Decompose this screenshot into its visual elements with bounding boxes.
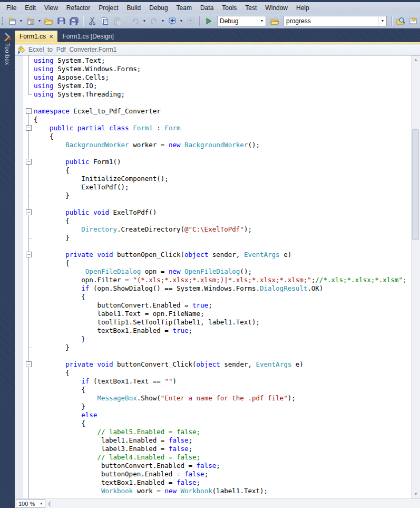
code-line [34, 99, 411, 107]
toolbar-grip[interactable] [2, 17, 3, 25]
find-in-files-icon [396, 17, 405, 25]
code-line: else [34, 411, 411, 419]
navigate-backward-icon [168, 17, 177, 25]
comment-icon [409, 17, 418, 25]
redo-icon [150, 17, 158, 25]
toolbox-tools-icon [3, 33, 12, 41]
outline-end-tick [28, 196, 32, 196]
document-tab-strip: Form1.cs×Form1.cs [Design] [15, 28, 420, 42]
menu-item-help[interactable]: Help [292, 3, 314, 14]
editor-navigation-bar[interactable]: Ecxel_to_Pdf_Converter.Form1 [15, 44, 420, 55]
navigate-forward-button [184, 15, 197, 27]
toolbar-separator [126, 16, 126, 26]
code-line [34, 352, 411, 360]
menu-item-edit[interactable]: Edit [21, 3, 40, 14]
find-symbol-button[interactable] [269, 15, 281, 27]
add-item-dropdown[interactable]: ▼ [37, 15, 42, 27]
document-tab[interactable]: Form1.cs [Design] [57, 31, 118, 42]
scroll-up-icon[interactable]: ▲ [412, 55, 420, 64]
vertical-scroll-thumb[interactable] [412, 129, 419, 240]
collapse-box[interactable]: − [26, 252, 32, 257]
start-debug-button[interactable] [202, 15, 214, 27]
menu-item-data[interactable]: Data [196, 3, 218, 14]
menu-item-view[interactable]: View [40, 3, 62, 14]
tab-label: Form1.cs [19, 33, 46, 40]
save-all-icon [70, 17, 79, 25]
scroll-left-icon[interactable]: ❮ [45, 501, 54, 506]
scroll-down-icon[interactable]: ▼ [412, 490, 420, 499]
comment-button[interactable] [407, 15, 419, 27]
chevron-down-icon[interactable]: ▼ [378, 16, 386, 26]
collapse-box[interactable]: − [26, 108, 32, 114]
outline-line [28, 55, 29, 94]
code-line: { [34, 166, 411, 175]
find-in-files-button[interactable] [395, 15, 407, 27]
code-line: label1.Text = opn.FileName; [34, 310, 411, 318]
code-line: label1.Enabled = false; [34, 436, 411, 445]
code-line: Workbook work = new Workbook(label1.Text… [34, 487, 411, 495]
search-combobox[interactable]: progress ▼ [284, 16, 387, 26]
vs-ide-window: FileEditViewRefactorProjectBuildDebugTea… [0, 0, 420, 508]
code-line [34, 242, 411, 251]
menu-item-project[interactable]: Project [94, 3, 122, 14]
code-line: } [34, 191, 411, 200]
code-line: OpenFileDialog opn = new OpenFileDialog(… [34, 267, 411, 276]
code-line: { [34, 369, 411, 377]
indicator-margin[interactable] [15, 55, 23, 499]
open-folder-icon [44, 17, 53, 25]
standard-toolbar: ▼ ▼ [0, 14, 420, 28]
add-item-button[interactable] [24, 15, 36, 27]
navigate-backward-button[interactable] [166, 15, 178, 27]
collapse-box[interactable]: − [26, 209, 32, 215]
add-item-icon [26, 17, 35, 25]
code-line: { [34, 116, 411, 124]
collapse-box[interactable]: − [26, 125, 32, 131]
code-text-area[interactable]: using System.Text;using System.Windows.F… [34, 55, 411, 499]
menu-item-build[interactable]: Build [123, 3, 145, 14]
code-line [34, 149, 411, 158]
cut-icon [89, 17, 96, 25]
menu-item-file[interactable]: File [2, 3, 21, 14]
vertical-scrollbar[interactable]: ▲ ▼ [411, 55, 420, 499]
new-project-button[interactable] [6, 15, 18, 27]
code-line: } [34, 402, 411, 411]
code-line: // label5.Enabled = false; [34, 428, 411, 436]
menu-bar: FileEditViewRefactorProjectBuildDebugTea… [0, 2, 420, 14]
code-line: MessageBox.Show("Enter a name for the .p… [34, 394, 411, 402]
tab-label: Form1.cs [Design] [62, 33, 113, 40]
new-project-dropdown[interactable]: ▼ [18, 15, 24, 27]
code-line: { [34, 386, 411, 394]
menu-item-test[interactable]: Test [241, 3, 261, 14]
navigate-backward-dropdown[interactable]: ▼ [179, 15, 184, 27]
tab-close-icon[interactable]: × [50, 33, 53, 40]
menu-item-window[interactable]: Window [261, 3, 292, 14]
collapse-box[interactable]: − [26, 159, 32, 165]
menu-item-tools[interactable]: Tools [218, 3, 241, 14]
undo-icon [131, 17, 140, 25]
new-project-icon [8, 17, 16, 25]
debug-configuration-combobox[interactable]: Debug ▼ [217, 16, 266, 26]
code-line: using System.IO; [34, 82, 411, 90]
chevron-down-icon[interactable]: ▼ [38, 502, 45, 505]
outline-end-tick [28, 348, 32, 348]
chevron-down-icon[interactable]: ▼ [258, 16, 266, 26]
toolbox-tab[interactable]: Toolbox [3, 31, 12, 67]
document-tab[interactable]: Form1.cs× [15, 31, 57, 42]
open-file-button[interactable] [43, 15, 55, 27]
code-line: namespace Ecxel_to_Pdf_Converter [34, 107, 411, 116]
horizontal-scrollbar[interactable]: ❮ [45, 499, 420, 508]
code-line: label3.Enabled = false; [34, 445, 411, 453]
save-icon [57, 17, 65, 25]
copy-button[interactable] [99, 15, 111, 27]
save-all-button[interactable] [68, 15, 80, 27]
collapse-box[interactable]: − [26, 361, 32, 367]
code-line: InitializeComponent(); [34, 175, 411, 183]
outline-line [28, 108, 29, 499]
menu-item-debug[interactable]: Debug [145, 3, 172, 14]
code-line: buttonConvert.Enabled = true; [34, 301, 411, 310]
zoom-combobox[interactable]: 100 % ▼ [16, 500, 45, 508]
cut-button[interactable] [86, 15, 98, 27]
save-button[interactable] [55, 15, 67, 27]
menu-item-refactor[interactable]: Refactor [62, 3, 94, 14]
menu-item-team[interactable]: Team [172, 3, 196, 14]
